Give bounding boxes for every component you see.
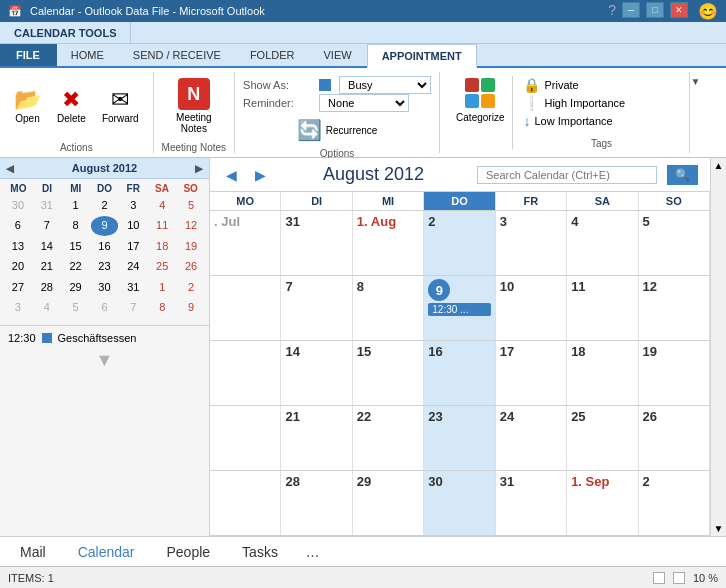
mini-cal-cell[interactable]: 27: [4, 278, 32, 297]
nav-more-btn[interactable]: ...: [306, 543, 319, 561]
cal-cell[interactable]: [210, 471, 281, 535]
mini-cal-cell[interactable]: 16: [91, 237, 119, 256]
cal-cell[interactable]: 18: [567, 341, 638, 405]
cal-cell[interactable]: 22: [353, 406, 424, 470]
mini-cal-cell[interactable]: 3: [119, 196, 147, 215]
mini-cal-cell[interactable]: 1: [148, 278, 176, 297]
private-button[interactable]: 🔒 Private: [521, 76, 681, 94]
cal-cell-today[interactable]: 9 12:30 ...: [424, 276, 495, 340]
mini-cal-cell[interactable]: 1: [62, 196, 90, 215]
cal-cell[interactable]: 12: [639, 276, 710, 340]
recurrence-button[interactable]: 🔄 Recurrence: [293, 116, 382, 144]
cal-cell[interactable]: 3: [496, 211, 567, 275]
mini-cal-cell[interactable]: 4: [33, 298, 61, 317]
close-btn[interactable]: ✕: [670, 2, 688, 18]
calendar-event[interactable]: 12:30 ...: [428, 303, 490, 316]
cal-cell[interactable]: 11: [567, 276, 638, 340]
mini-cal-cell[interactable]: 30: [91, 278, 119, 297]
tab-send-receive[interactable]: SEND / RECEIVE: [119, 44, 236, 66]
cal-cell[interactable]: 7: [281, 276, 352, 340]
meeting-notes-button[interactable]: N Meeting Notes: [170, 76, 218, 136]
categorize-button[interactable]: Categorize: [448, 76, 513, 149]
cal-next-btn[interactable]: ▶: [251, 167, 270, 183]
mini-cal-cell[interactable]: 26: [177, 257, 205, 276]
restore-btn[interactable]: □: [646, 2, 664, 18]
mini-cal-cell[interactable]: 5: [62, 298, 90, 317]
cal-cell[interactable]: 14: [281, 341, 352, 405]
mini-cal-cell[interactable]: 2: [177, 278, 205, 297]
scrollbar[interactable]: ▲ ▼: [710, 158, 726, 536]
cal-cell[interactable]: 31: [281, 211, 352, 275]
mini-cal-cell[interactable]: 23: [91, 257, 119, 276]
cal-cell[interactable]: 5: [639, 211, 710, 275]
cal-cell[interactable]: 17: [496, 341, 567, 405]
cal-cell[interactable]: 16: [424, 341, 495, 405]
mini-cal-cell[interactable]: 2: [91, 196, 119, 215]
mini-cal-cell[interactable]: 11: [148, 216, 176, 235]
tab-view[interactable]: VIEW: [310, 44, 367, 66]
scroll-down-btn[interactable]: ▼: [714, 523, 724, 534]
cal-cell[interactable]: 10: [496, 276, 567, 340]
mini-cal-cell[interactable]: 20: [4, 257, 32, 276]
mini-cal-cell[interactable]: 6: [91, 298, 119, 317]
mini-cal-cell[interactable]: 24: [119, 257, 147, 276]
mini-cal-cell-today[interactable]: 9: [91, 216, 119, 235]
mini-cal-cell[interactable]: 9: [177, 298, 205, 317]
mini-cal-cell[interactable]: 8: [62, 216, 90, 235]
mini-cal-cell[interactable]: 3: [4, 298, 32, 317]
cal-cell[interactable]: [210, 341, 281, 405]
nav-people[interactable]: People: [163, 542, 215, 562]
mini-cal-cell[interactable]: 22: [62, 257, 90, 276]
cal-cell[interactable]: 26: [639, 406, 710, 470]
low-importance-button[interactable]: ↓ Low Importance: [521, 112, 681, 130]
mini-cal-cell[interactable]: 21: [33, 257, 61, 276]
calendar-search-input[interactable]: [477, 166, 657, 184]
mini-cal-cell[interactable]: 10: [119, 216, 147, 235]
scroll-up-btn[interactable]: ▲: [714, 160, 724, 171]
cal-cell[interactable]: 29: [353, 471, 424, 535]
show-as-select[interactable]: Busy Free Tentative Out of Office: [339, 76, 431, 94]
nav-calendar[interactable]: Calendar: [74, 542, 139, 562]
cal-cell[interactable]: 23: [424, 406, 495, 470]
delete-button[interactable]: ✖ Delete: [51, 87, 92, 126]
ribbon-expand-btn[interactable]: ▼: [690, 72, 706, 153]
tab-file[interactable]: FILE: [0, 44, 57, 66]
mini-cal-cell[interactable]: 7: [119, 298, 147, 317]
cal-cell[interactable]: 19: [639, 341, 710, 405]
forward-button[interactable]: ✉ Forward: [96, 87, 145, 126]
cal-cell[interactable]: [210, 406, 281, 470]
mini-cal-cell[interactable]: 13: [4, 237, 32, 256]
mini-cal-cell[interactable]: 15: [62, 237, 90, 256]
mini-cal-cell[interactable]: 5: [177, 196, 205, 215]
nav-tasks[interactable]: Tasks: [238, 542, 282, 562]
calendar-search-button[interactable]: 🔍: [667, 165, 698, 185]
mini-cal-cell[interactable]: 31: [33, 196, 61, 215]
tab-folder[interactable]: FOLDER: [236, 44, 310, 66]
calendar-tools-tab[interactable]: CALENDAR TOOLS: [0, 22, 131, 43]
mini-cal-cell[interactable]: 8: [148, 298, 176, 317]
cal-cell[interactable]: [210, 276, 281, 340]
cal-cell[interactable]: 21: [281, 406, 352, 470]
mini-cal-cell[interactable]: 31: [119, 278, 147, 297]
mini-cal-cell[interactable]: 17: [119, 237, 147, 256]
nav-mail[interactable]: Mail: [16, 542, 50, 562]
mini-cal-cell[interactable]: 25: [148, 257, 176, 276]
cal-cell[interactable]: . Jul: [210, 211, 281, 275]
tab-appointment[interactable]: APPOINTMENT: [367, 44, 477, 68]
cal-cell[interactable]: 1. Aug: [353, 211, 424, 275]
open-button[interactable]: 📂 Open: [8, 87, 47, 126]
tab-home[interactable]: HOME: [57, 44, 119, 66]
cal-cell[interactable]: 8: [353, 276, 424, 340]
cal-cell[interactable]: 24: [496, 406, 567, 470]
cal-cell[interactable]: 2: [639, 471, 710, 535]
mini-cal-cell[interactable]: 6: [4, 216, 32, 235]
mini-cal-cell[interactable]: 18: [148, 237, 176, 256]
cal-cell[interactable]: 25: [567, 406, 638, 470]
cal-cell[interactable]: 1. Sep: [567, 471, 638, 535]
mini-cal-cell[interactable]: 30: [4, 196, 32, 215]
cal-cell[interactable]: 15: [353, 341, 424, 405]
mini-cal-cell[interactable]: 7: [33, 216, 61, 235]
cal-cell[interactable]: 4: [567, 211, 638, 275]
nav-prev-btn[interactable]: ◀: [6, 163, 14, 174]
cal-cell[interactable]: 30: [424, 471, 495, 535]
